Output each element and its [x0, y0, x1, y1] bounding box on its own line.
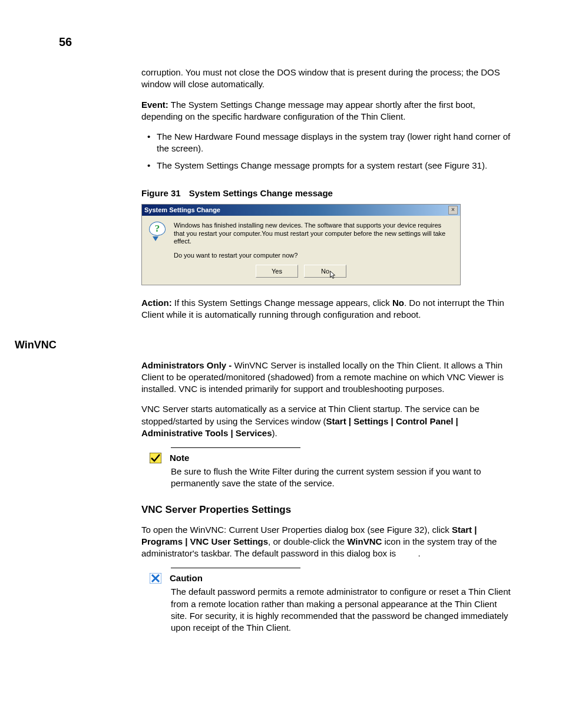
yes-button[interactable]: Yes	[256, 265, 298, 278]
action-no: No	[392, 298, 404, 308]
no-button[interactable]: No	[304, 265, 346, 278]
page-number: 56	[59, 35, 515, 49]
caution-x-icon	[150, 573, 161, 584]
paragraph-admin: Administrators Only - WinVNC Server is i…	[141, 360, 515, 396]
list-item: The System Settings Change message promp…	[141, 160, 515, 172]
close-icon[interactable]: ×	[448, 206, 458, 215]
dialog-body: ? Windows has finished installing new de…	[142, 216, 460, 285]
vnc-text-2: ).	[272, 428, 277, 438]
paragraph-action: Action: If this System Settings Change m…	[141, 297, 515, 321]
event-text: The System Settings Change message may a…	[141, 100, 475, 121]
action-label: Action:	[141, 298, 172, 308]
winvnc-heading: WinVNC	[15, 339, 515, 351]
figure-caption: Figure 31System Settings Change message	[141, 188, 515, 198]
paragraph-corruption: corruption. You must not close the DOS w…	[141, 67, 515, 91]
note-callout: Note Be sure to flush the Write Filter d…	[150, 447, 515, 490]
vncprops-text-1: To open the WinVNC: Current User Propert…	[141, 525, 452, 535]
event-bullets: The New Hardware Found message displays …	[141, 131, 515, 172]
dialog-prompt: Do you want to restart your computer now…	[174, 252, 453, 259]
vncprops-winvnc: WinVNC	[347, 536, 382, 546]
note-label: Note	[170, 453, 189, 463]
dialog-title-text: System Settings Change	[144, 206, 220, 213]
cursor-icon	[329, 271, 336, 280]
paragraph-event: Event: The System Settings Change messag…	[141, 99, 515, 123]
paragraph-vnc-props: To open the WinVNC: Current User Propert…	[141, 524, 515, 560]
system-settings-dialog: System Settings Change × ? Windows has f…	[141, 204, 461, 285]
vncprops-text-2: , or double-click the	[268, 536, 347, 546]
figure-number: Figure 31	[141, 188, 181, 198]
list-item: The New Hardware Found message displays …	[141, 131, 515, 155]
paragraph-vnc-service: VNC Server starts automatically as a ser…	[141, 403, 515, 439]
vncprops-text-4: .	[418, 548, 421, 558]
action-text-1: If this System Settings Change message a…	[172, 298, 392, 308]
caution-callout: Caution The default password permits a r…	[150, 568, 515, 634]
dialog-titlebar: System Settings Change ×	[142, 205, 460, 216]
figure-title: System Settings Change message	[189, 188, 333, 198]
admin-label: Administrators Only -	[141, 360, 234, 370]
checkmark-icon	[150, 453, 161, 463]
question-icon: ?	[149, 222, 166, 238]
note-body: Be sure to flush the Write Filter during…	[171, 466, 515, 490]
dialog-message: Windows has finished installing new devi…	[174, 222, 453, 246]
caution-body: The default password permits a remote ad…	[171, 586, 515, 634]
vnc-props-heading: VNC Server Properties Settings	[141, 504, 515, 516]
caution-label: Caution	[170, 573, 203, 583]
event-label: Event:	[141, 100, 168, 110]
